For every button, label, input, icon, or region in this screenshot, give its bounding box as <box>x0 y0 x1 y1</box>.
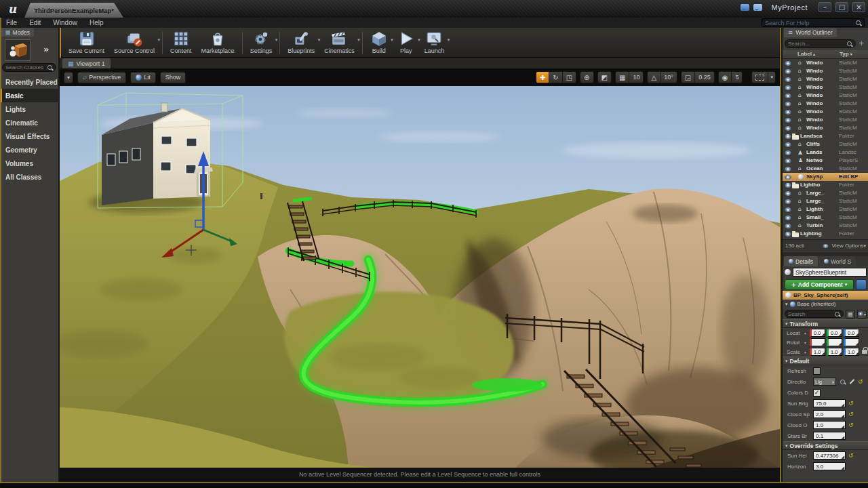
visibility-eye-icon[interactable] <box>785 207 791 212</box>
modes-category-basic[interactable]: Basic <box>0 89 59 102</box>
z-value-field[interactable]: 0.0◢ <box>844 329 859 337</box>
tab-world-s[interactable]: World S <box>819 256 856 266</box>
visibility-eye-icon[interactable] <box>785 102 791 106</box>
visibility-eye-icon[interactable] <box>785 110 791 115</box>
outliner-row-windo-1[interactable]: ⌂WindoStaticM <box>783 67 868 75</box>
edit-blueprint-button[interactable] <box>856 279 867 290</box>
visibility-eye-icon[interactable] <box>785 150 791 155</box>
toolbar-cinematics[interactable]: ▾Cinematics <box>319 29 359 57</box>
outliner-row-lightho-15[interactable]: ▾LighthoFolder <box>783 181 868 189</box>
expanded-icon[interactable]: ▾ <box>785 302 788 307</box>
visibility-eye-icon[interactable] <box>785 77 791 82</box>
outliner-filter-icon[interactable]: + <box>857 39 866 48</box>
property-value-field[interactable]: 1.0◢ <box>813 421 846 429</box>
outliner-row-windo-8[interactable]: ⌂WindoStaticM <box>783 124 868 132</box>
viewport-canvas[interactable] <box>60 86 780 468</box>
visibility-eye-icon[interactable] <box>785 61 791 66</box>
modes-tab[interactable]: ▦ Modes <box>1 28 34 37</box>
menu-help[interactable]: Help <box>83 18 110 28</box>
rotation-snap-toggle[interactable]: △ <box>648 72 660 83</box>
y-value-field[interactable]: 0.0◢ <box>827 329 842 337</box>
modes-category-cinematic[interactable]: Cinematic <box>0 116 59 129</box>
viewport-tab[interactable]: ▦ Viewport 1 <box>62 58 111 68</box>
property-value-field[interactable]: 2.0◢ <box>813 410 846 418</box>
outliner-row-windo-0[interactable]: ⌂WindoStaticM <box>783 59 868 67</box>
type-column-header[interactable]: Typ▾ <box>840 51 852 57</box>
toolbar-blueprints[interactable]: ▾Blueprints <box>283 29 319 57</box>
outliner-row-windo-3[interactable]: ⌂WindoStaticM <box>783 83 868 92</box>
override-section-header[interactable]: ▾ Override Settings <box>783 441 868 450</box>
modes-category-all-classes[interactable]: All Classes <box>0 170 59 184</box>
outliner-row-large--17[interactable]: ⌂Large_StaticM <box>783 197 868 205</box>
visibility-eye-icon[interactable] <box>785 199 791 204</box>
menu-edit[interactable]: Edit <box>23 18 47 28</box>
outliner-row-netwo-12[interactable]: ♟NetwoPlayerS <box>783 157 868 165</box>
drag-widget-icon[interactable]: ◢ <box>821 350 825 355</box>
modes-search-input[interactable]: Search Classes <box>2 63 56 72</box>
toolbar-launch[interactable]: ▾Launch <box>420 29 450 57</box>
toolbar-content[interactable]: Content <box>165 29 197 57</box>
visibility-eye-icon[interactable] <box>785 224 791 228</box>
reset-to-default-icon[interactable]: ↺ <box>848 411 854 418</box>
checkbox[interactable]: ✓ <box>813 389 821 396</box>
drag-widget-icon[interactable]: ◢ <box>838 341 842 346</box>
details-view-options-button[interactable]: ▾ <box>857 310 867 319</box>
view-mode-button[interactable]: Lit <box>130 72 156 83</box>
eyedropper-icon[interactable] <box>850 379 855 384</box>
visibility-eye-icon[interactable] <box>785 94 791 98</box>
outliner-row-windo-5[interactable]: ⌂WindoStaticM <box>783 100 868 108</box>
caret-down-icon[interactable]: ▾ <box>804 340 810 345</box>
view-options-button[interactable]: View Options▾ <box>831 243 866 249</box>
visibility-eye-icon[interactable] <box>785 85 791 90</box>
reset-to-default-icon[interactable]: ↺ <box>858 379 863 385</box>
outliner-row-windo-2[interactable]: ⌂WindoStaticM <box>783 75 868 83</box>
details-search-input[interactable]: Search <box>785 310 844 318</box>
drag-widget-icon[interactable]: ◢ <box>841 434 844 439</box>
visibility-eye-icon[interactable] <box>785 216 791 220</box>
maximize-viewport-button[interactable] <box>752 72 768 83</box>
x-value-field[interactable]: 1.0◢ <box>810 348 825 356</box>
edit-blueprint-link[interactable]: Edit BP <box>839 174 867 180</box>
caret-down-icon[interactable]: ▾ <box>804 331 810 336</box>
menu-window[interactable]: Window <box>47 18 83 28</box>
outliner-row-windo-4[interactable]: ⌂WindoStaticM <box>783 92 868 100</box>
visibility-eye-icon[interactable] <box>785 69 791 74</box>
drag-widget-icon[interactable]: ◢ <box>841 465 844 470</box>
outliner-row-cliffs-10[interactable]: ⌂CliffsStaticM <box>783 140 868 148</box>
outliner-row-lands-11[interactable]: ▲LandsLandsc <box>783 148 868 157</box>
outliner-row-small--19[interactable]: ⌂Small_StaticM <box>783 214 868 222</box>
y-value-field[interactable]: ◢ <box>827 338 842 346</box>
scale-snap-value[interactable]: 0.25 <box>694 72 714 83</box>
drag-widget-icon[interactable]: ◢ <box>855 331 859 336</box>
drag-widget-icon[interactable]: ◢ <box>841 424 844 428</box>
outliner-row-lighting-21[interactable]: ▸LightingFolder <box>783 230 868 238</box>
chat-bubble-icon-2[interactable] <box>753 4 762 11</box>
world-local-toggle[interactable]: ⊕ <box>580 72 593 83</box>
toolbar-marketplace[interactable]: Marketplace <box>197 29 239 57</box>
label-column-header[interactable]: Label▴ <box>797 51 815 57</box>
outliner-row-windo-6[interactable]: ⌂WindoStaticM <box>783 108 868 116</box>
modes-category-recently-placed[interactable]: Recently Placed <box>0 75 59 89</box>
visibility-eye-icon[interactable] <box>785 167 791 171</box>
close-button[interactable]: × <box>852 2 865 12</box>
x-value-field[interactable]: 0.0◢ <box>810 329 825 337</box>
visibility-eye-icon[interactable] <box>785 142 791 147</box>
drag-widget-icon[interactable]: ◢ <box>855 341 859 346</box>
drag-widget-icon[interactable]: ◢ <box>855 350 859 355</box>
outliner-row-skysp-14[interactable]: SkySpEdit BP <box>783 173 868 181</box>
expander-icon[interactable]: ▾ <box>787 182 789 187</box>
toolbar-settings[interactable]: ▾Settings <box>245 29 277 57</box>
reset-to-default-icon[interactable]: ↺ <box>848 422 854 428</box>
modes-category-visual-effects[interactable]: Visual Effects <box>0 129 59 143</box>
reset-to-default-icon[interactable]: ↺ <box>848 401 854 407</box>
maximize-button[interactable]: □ <box>835 2 848 12</box>
component-base-inherited-[interactable]: ▾Base (Inherited) <box>783 300 868 308</box>
drag-widget-icon[interactable]: ◢ <box>841 413 844 418</box>
drag-widget-icon[interactable]: ◢ <box>841 454 844 459</box>
expand-modes-icon[interactable]: » <box>43 44 49 54</box>
toolbar-build[interactable]: ▾Build <box>366 29 393 57</box>
add-component-button[interactable]: + Add Component ▾ <box>785 279 854 290</box>
place-mode-button[interactable] <box>5 39 31 61</box>
property-value-field[interactable]: 0.477306◢ <box>813 451 846 460</box>
drag-widget-icon[interactable]: ◢ <box>838 331 842 336</box>
